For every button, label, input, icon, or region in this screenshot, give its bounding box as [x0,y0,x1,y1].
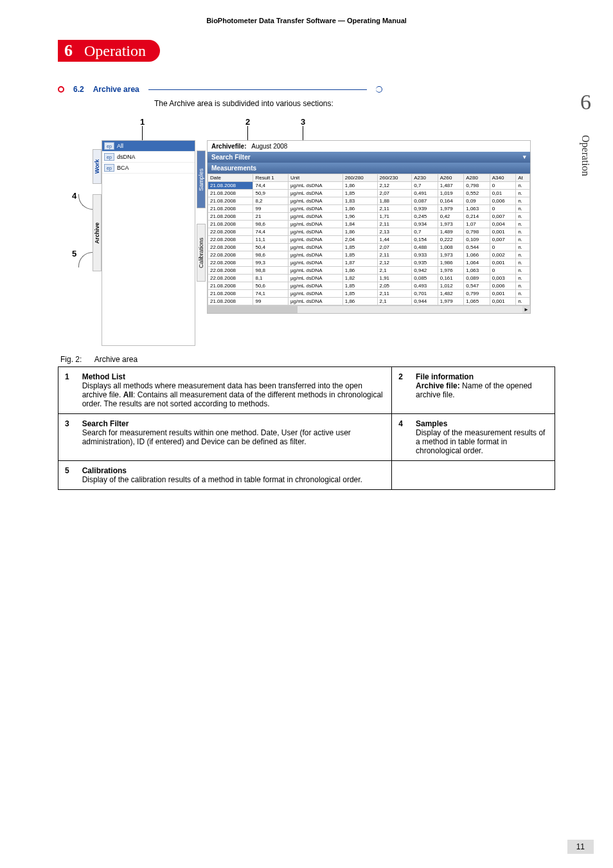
table-cell: 98,6 [253,221,288,228]
table-cell: n. [516,275,530,282]
table-cell: µg/mL dsDNA [288,290,342,298]
vtab-samples[interactable]: Samples [197,150,206,208]
method-item-dsdna[interactable]: ep dsDNA [102,152,195,163]
table-cell: 1,85 [342,251,377,259]
table-cell: 0,161 [438,275,463,282]
table-cell: 2,11 [377,251,412,259]
table-cell: 1,976 [438,267,463,275]
legend-title: Samples [416,419,447,428]
table-cell: 0 [490,244,515,251]
scroll-right-icon[interactable]: ► [522,306,530,313]
measurements-table[interactable]: DateResult 1Unit260/280260/230A230A260A2… [208,174,530,305]
table-header[interactable]: Date [208,174,253,182]
table-cell: 21.08.2008 [208,182,253,190]
section-rule [148,89,367,90]
search-filter-bar[interactable]: Search Filter ▾ [208,152,530,163]
legend-body: Display of the measurement results of a … [416,428,545,455]
archivefile-row: Archivefile: August 2008 [208,141,530,152]
table-cell: 0,942 [412,267,438,275]
table-row[interactable]: 22.08.20088,1µg/mL dsDNA1,821,910,0850,1… [208,275,530,282]
table-row[interactable]: 21.08.200874,4µg/mL dsDNA1,862,120,71,48… [208,182,530,190]
table-row[interactable]: 21.08.200899µg/mL dsDNA1,862,110,9391,97… [208,205,530,213]
method-label: All [117,143,123,149]
legend-empty [409,461,555,490]
table-cell: 98,6 [253,251,288,259]
table-cell: 1,86 [342,182,377,190]
table-row[interactable]: 22.08.200811,1µg/mL dsDNA2,041,440,1540,… [208,236,530,244]
table-row[interactable]: 21.08.200899µg/mL dsDNA1,862,10,9441,979… [208,298,530,305]
legend-bold: All [123,390,133,399]
table-header[interactable]: A260 [438,174,463,182]
table-header[interactable]: 260/230 [377,174,412,182]
table-cell: n. [516,236,530,244]
table-row[interactable]: 22.08.200898,6µg/mL dsDNA1,852,110,9331,… [208,251,530,259]
table-cell: 74,1 [253,290,288,298]
figure-caption: Fig. 2: Archive area [60,355,555,364]
table-header[interactable]: Result 1 [253,174,288,182]
table-row[interactable]: 21.08.200821µg/mL dsDNA1,961,710,2450,42… [208,213,530,221]
table-cell: n. [516,190,530,197]
method-label: dsDNA [117,154,136,160]
legend-body: Search for measurement results within on… [82,428,351,446]
table-row[interactable]: 21.08.200898,6µg/mL dsDNA1,842,110,9341,… [208,221,530,228]
table-header[interactable]: 260/280 [342,174,377,182]
ep-icon: ep [104,142,114,150]
table-row[interactable]: 22.08.200874,4µg/mL dsDNA1,862,130,71,48… [208,228,530,236]
chapter-side-label: Operation [580,135,591,176]
table-cell: 21.08.2008 [208,221,253,228]
search-filter-label: Search Filter [211,154,251,161]
vtab-work[interactable]: Work [93,149,102,184]
chapter-side-number: 6 [580,90,591,114]
archivefile-value: August 2008 [251,143,287,150]
table-header[interactable]: A340 [490,174,515,182]
method-item-bca[interactable]: ep BCA [102,163,195,174]
legend-num: 5 [58,461,76,490]
table-cell: 2,07 [377,244,412,251]
table-cell: µg/mL dsDNA [288,298,342,305]
table-cell: 1,86 [342,298,377,305]
table-cell: 0,09 [464,197,490,205]
vtab-archive[interactable]: Archive [93,194,102,271]
table-cell: 74,4 [253,228,288,236]
table-cell: 2,12 [377,182,412,190]
table-cell: 0,214 [464,213,490,221]
scroll-thumb[interactable] [208,306,298,313]
table-row[interactable]: 21.08.20088,2µg/mL dsDNA1,831,880,0870,1… [208,197,530,205]
table-row[interactable]: 22.08.200850,4µg/mL dsDNA1,852,070,4881,… [208,244,530,251]
table-cell: n. [516,244,530,251]
table-cell: n. [516,251,530,259]
table-row[interactable]: 21.08.200850,6µg/mL dsDNA1,852,050,4931,… [208,282,530,290]
table-header[interactable]: A230 [412,174,438,182]
table-cell: 0,798 [464,228,490,236]
vtab-calibrations[interactable]: Calibrations [197,224,206,282]
table-cell: 1,487 [438,182,463,190]
table-row[interactable]: 21.08.200850,9µg/mL dsDNA1,852,070,4911,… [208,190,530,197]
table-header[interactable]: At [516,174,530,182]
table-cell: µg/mL dsDNA [288,182,342,190]
table-cell: µg/mL dsDNA [288,221,342,228]
table-header[interactable]: Unit [288,174,342,182]
table-cell: 0,164 [438,197,463,205]
figure-caption-text: Archive area [94,355,138,364]
table-cell: 0,552 [464,190,490,197]
table-cell: 22.08.2008 [208,275,253,282]
callout-curve [78,194,93,210]
table-cell: 0,087 [412,197,438,205]
table-cell: 0,799 [464,290,490,298]
table-cell: 2,04 [342,236,377,244]
table-cell: 1,973 [438,251,463,259]
table-header[interactable]: A280 [464,174,490,182]
table-row[interactable]: 22.08.200898,8µg/mL dsDNA1,862,10,9421,9… [208,267,530,275]
archivefile-label: Archivefile: [211,143,246,150]
table-cell: 2,11 [377,290,412,298]
table-cell: 2,13 [377,228,412,236]
table-cell: 1,85 [342,282,377,290]
table-cell: 1,44 [377,236,412,244]
table-cell: 0,007 [490,213,515,221]
scrollbar-horizontal[interactable]: ◄ ► [208,305,530,313]
method-item-all[interactable]: ep All [102,141,195,152]
table-row[interactable]: 21.08.200874,1µg/mL dsDNA1,852,110,7011,… [208,290,530,298]
table-row[interactable]: 22.08.200899,3µg/mL dsDNA1,872,120,9351,… [208,259,530,267]
table-cell: 0,089 [464,275,490,282]
chevron-down-icon[interactable]: ▾ [523,154,526,160]
